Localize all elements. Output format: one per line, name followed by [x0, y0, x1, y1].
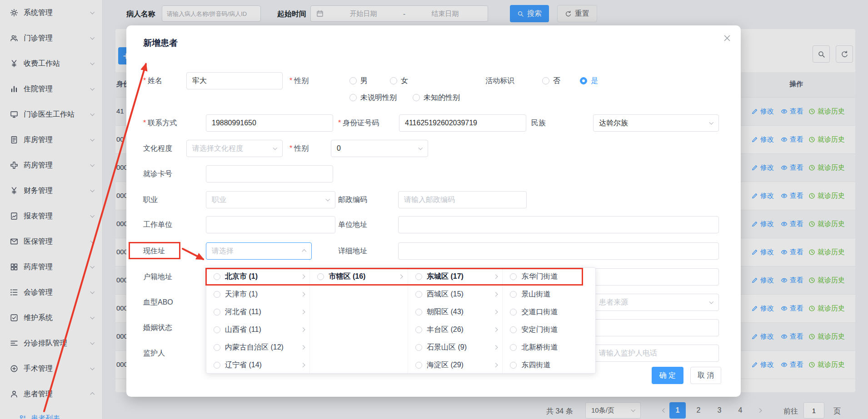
radio-icon [510, 291, 517, 298]
visit-card-input[interactable] [206, 165, 333, 182]
current-address-select[interactable]: 请选择 [206, 242, 312, 260]
id-number-input[interactable] [399, 114, 526, 132]
cascader-option-shijingshan[interactable]: 石景山区 (9) [408, 339, 503, 356]
marital-status-input[interactable] [593, 319, 719, 336]
chevron-right-icon [301, 292, 305, 296]
chevron-down-icon [709, 120, 713, 124]
contact-input[interactable] [206, 114, 333, 132]
occupation-label: 职业 [143, 195, 158, 205]
cascader-option-shixiaqu[interactable]: 市辖区 (16) [310, 268, 408, 286]
education-select[interactable]: 请选择文化程度 [186, 140, 283, 157]
household-address-input[interactable] [593, 268, 719, 286]
confirm-button[interactable]: 确 定 [652, 367, 683, 384]
radio-icon [214, 309, 220, 315]
work-unit-label: 工作单位 [143, 220, 172, 230]
radio-icon [214, 291, 220, 298]
cascader-option-shanxi[interactable]: 山西省 (11) [206, 321, 309, 339]
postal-code-label: 邮政编码 [338, 195, 367, 205]
cascader-option-liaoning[interactable]: 辽宁省 (14) [206, 356, 309, 373]
chevron-right-icon [301, 363, 305, 367]
cascader-option-chaoyang[interactable]: 朝阳区 (43) [408, 303, 503, 321]
detail-address-label: 详细地址 [338, 246, 367, 256]
active-flag-label: 活动标识 [485, 76, 514, 86]
radio-icon [510, 309, 517, 315]
radio-unspecified-gender[interactable]: 未说明性别 [349, 93, 397, 102]
radio-icon [214, 344, 220, 351]
add-patient-modal: 新增患者 *姓名 *性别 男 女 活动标识 否 是 未说明性别 未知的性别 *联… [126, 25, 741, 397]
cascader-option-tianjin[interactable]: 天津市 (1) [206, 286, 309, 303]
radio-unknown-gender[interactable]: 未知的性别 [413, 93, 460, 102]
chevron-down-icon [326, 197, 330, 201]
radio-icon [542, 77, 549, 84]
cascader-option-haidian[interactable]: 海淀区 (29) [408, 356, 503, 373]
cascader-option-andingmen[interactable]: 安定门街道 [503, 321, 595, 339]
cascader-option-hebei[interactable]: 河北省 (11) [206, 303, 309, 321]
radio-icon [510, 273, 517, 280]
chevron-right-icon [399, 275, 403, 279]
radio-icon [510, 362, 517, 369]
radio-male[interactable]: 男 [349, 76, 368, 85]
blood-type-label: 血型ABO [143, 298, 173, 307]
guardian-phone-input[interactable] [593, 345, 719, 362]
radio-icon [415, 309, 422, 315]
cascader-option-fengtai[interactable]: 丰台区 (26) [408, 321, 503, 339]
cascader-option-dongcheng[interactable]: 东城区 (17) [408, 268, 503, 286]
chevron-right-icon [301, 275, 305, 279]
unit-address-label: 单位地址 [338, 220, 367, 230]
close-button[interactable] [722, 33, 733, 44]
cascader-option-dongsi[interactable]: 东四街道 [503, 356, 595, 373]
radio-icon [349, 77, 357, 84]
radio-icon [349, 94, 357, 101]
cascader-option-xicheng[interactable]: 西城区 (15) [408, 286, 503, 303]
chevron-right-icon [301, 345, 305, 350]
cascader-option-beixinqiao[interactable]: 北新桥街道 [503, 339, 595, 356]
chevron-up-icon [302, 250, 306, 254]
chevron-down-icon [709, 300, 713, 304]
marital-status-label: 婚姻状态 [143, 323, 172, 333]
address-cascader-dropdown: 北京市 (1) 天津市 (1) 河北省 (11) 山西省 (11) 内蒙古自治区… [206, 267, 596, 374]
cascader-option-beijing[interactable]: 北京市 (1) [206, 268, 309, 286]
ethnicity-select[interactable]: 达斡尔族 [593, 114, 719, 132]
ethnicity-label: 民族 [531, 118, 546, 128]
cascader-option-donghuamen[interactable]: 东华门街道 [503, 268, 595, 286]
name-input[interactable] [186, 72, 283, 89]
detail-address-input[interactable] [398, 242, 719, 260]
contact-label: *联系方式 [143, 118, 177, 128]
radio-icon [214, 362, 220, 369]
cascader-column-province: 北京市 (1) 天津市 (1) 河北省 (11) 山西省 (11) 内蒙古自治区… [206, 268, 310, 373]
radio-icon [413, 94, 420, 101]
chevron-right-icon [301, 310, 305, 314]
household-address-label: 户籍地址 [143, 272, 172, 282]
close-icon [723, 34, 732, 43]
gender-code-select[interactable]: 0 [331, 140, 428, 157]
cascader-option-jingshan[interactable]: 景山街道 [503, 286, 595, 303]
occupation-select[interactable]: 职业 [206, 191, 335, 208]
cascader-column-district: 东城区 (17) 西城区 (15) 朝阳区 (43) 丰台区 (26) 石景山区… [408, 268, 503, 373]
radio-icon [214, 273, 220, 280]
radio-active-no[interactable]: 否 [542, 76, 560, 85]
chevron-right-icon [494, 275, 498, 279]
radio-checked-icon [580, 77, 587, 84]
gender-code-label: *性别 [289, 144, 309, 153]
app-root: 系统管理 门诊管理 收费工作站 住院管理 门诊医生工作站 库房管理 [0, 0, 868, 419]
radio-female[interactable]: 女 [390, 76, 408, 85]
chevron-right-icon [494, 292, 498, 296]
radio-icon [510, 326, 517, 333]
patient-source-select[interactable]: 患者来源 [593, 294, 719, 311]
chevron-right-icon [301, 328, 305, 332]
radio-icon [214, 326, 220, 333]
work-unit-input[interactable] [206, 216, 335, 233]
radio-icon [415, 362, 422, 369]
radio-icon [317, 273, 324, 280]
unit-address-input[interactable] [398, 216, 719, 233]
visit-card-label: 就诊卡号 [143, 169, 172, 179]
cascader-option-jiaodaokou[interactable]: 交道口街道 [503, 303, 595, 321]
chevron-right-icon [494, 363, 498, 367]
cascader-option-neimenggu[interactable]: 内蒙古自治区 (12) [206, 339, 309, 356]
radio-active-yes[interactable]: 是 [580, 76, 598, 85]
current-address-label: 现住址 [143, 246, 165, 256]
cancel-button[interactable]: 取 消 [690, 367, 721, 384]
chevron-right-icon [494, 310, 498, 314]
postal-code-input[interactable] [398, 191, 527, 208]
guardian-label: 监护人 [143, 349, 165, 358]
